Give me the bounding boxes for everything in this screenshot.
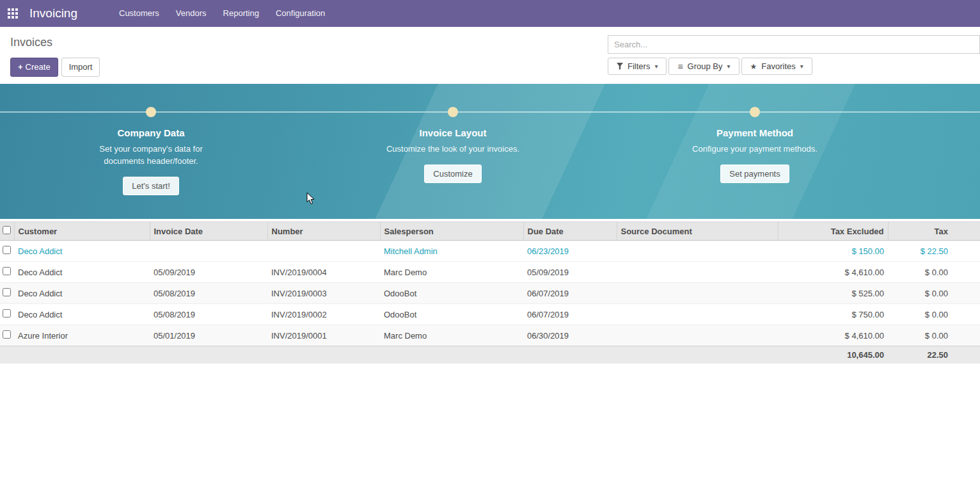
cell-customer[interactable]: Deco Addict bbox=[14, 262, 150, 283]
select-all-checkbox[interactable] bbox=[3, 226, 11, 234]
nav-menu-configuration[interactable]: Configuration bbox=[267, 0, 333, 27]
cell-source-document[interactable] bbox=[617, 325, 778, 346]
step-action-button[interactable]: Let's start! bbox=[123, 177, 179, 195]
cell-tax[interactable]: $ 0.00 bbox=[888, 283, 980, 304]
cell-tax-excluded[interactable]: $ 750.00 bbox=[778, 304, 888, 325]
row-checkbox[interactable] bbox=[3, 246, 11, 254]
cell-invoice-date[interactable]: 05/08/2019 bbox=[150, 283, 267, 304]
favorites-label: Favorites bbox=[761, 61, 795, 71]
column-header-customer[interactable]: Customer bbox=[14, 222, 150, 241]
import-button[interactable]: Import bbox=[61, 58, 100, 77]
totals-spacer bbox=[0, 346, 778, 364]
cell-customer[interactable]: Azure Interior bbox=[14, 325, 150, 346]
cell-tax[interactable]: $ 0.00 bbox=[888, 325, 980, 346]
step-action-button[interactable]: Set payments bbox=[720, 165, 789, 183]
table-row[interactable]: Deco AddictMitchell Admin06/23/2019$ 150… bbox=[0, 241, 980, 262]
row-checkbox[interactable] bbox=[3, 309, 11, 317]
cell-customer[interactable]: Deco Addict bbox=[14, 304, 150, 325]
cell-source-document[interactable] bbox=[617, 283, 778, 304]
onboarding-step-payment-method: Payment MethodConfigure your payment met… bbox=[604, 84, 906, 195]
cell-salesperson[interactable]: Marc Demo bbox=[380, 262, 523, 283]
column-header-number[interactable]: Number bbox=[267, 222, 380, 241]
cell-source-document[interactable] bbox=[617, 241, 778, 262]
favorites-button[interactable]: ★ Favorites ▾ bbox=[741, 58, 812, 75]
cell-tax-excluded[interactable]: $ 150.00 bbox=[778, 241, 888, 262]
cell-due-date[interactable]: 06/30/2019 bbox=[523, 325, 617, 346]
cell-invoice-date[interactable] bbox=[150, 241, 267, 262]
apps-grid-icon bbox=[8, 8, 18, 19]
cell-invoice-date[interactable]: 05/09/2019 bbox=[150, 262, 267, 283]
onboarding-step-invoice-layout: Invoice LayoutCustomize the look of your… bbox=[302, 84, 604, 195]
cell-tax-excluded[interactable]: $ 4,610.00 bbox=[778, 325, 888, 346]
cell-due-date[interactable]: 06/23/2019 bbox=[523, 241, 617, 262]
cell-tax[interactable]: $ 0.00 bbox=[888, 304, 980, 325]
row-select-cell[interactable] bbox=[0, 283, 14, 304]
cell-due-date[interactable]: 06/07/2019 bbox=[523, 283, 617, 304]
column-header-due-date[interactable]: Due Date bbox=[523, 222, 617, 241]
cell-number[interactable]: INV/2019/0001 bbox=[267, 325, 380, 346]
step-dot bbox=[146, 107, 156, 117]
table-row[interactable]: Azure Interior05/01/2019INV/2019/0001Mar… bbox=[0, 325, 980, 346]
apps-menu-button[interactable] bbox=[0, 0, 26, 27]
nav-menu-customers[interactable]: Customers bbox=[111, 0, 168, 27]
create-button-label: Create bbox=[26, 62, 51, 72]
create-button[interactable]: +Create bbox=[10, 58, 58, 77]
table-row[interactable]: Deco Addict05/09/2019INV/2019/0004Marc D… bbox=[0, 262, 980, 283]
step-title: Company Data bbox=[0, 127, 302, 138]
search-input[interactable] bbox=[608, 35, 980, 54]
row-checkbox[interactable] bbox=[3, 330, 11, 339]
cell-source-document[interactable] bbox=[617, 262, 778, 283]
cell-tax[interactable]: $ 0.00 bbox=[888, 262, 980, 283]
row-select-cell[interactable] bbox=[0, 262, 14, 283]
row-select-cell[interactable] bbox=[0, 304, 14, 325]
cell-salesperson[interactable]: OdooBot bbox=[380, 304, 523, 325]
group-by-button[interactable]: ≡ Group By ▾ bbox=[668, 58, 739, 75]
cell-number[interactable]: INV/2019/0002 bbox=[267, 304, 380, 325]
cell-salesperson[interactable]: Marc Demo bbox=[380, 325, 523, 346]
column-header-invoice-date[interactable]: Invoice Date bbox=[150, 222, 267, 241]
step-title: Invoice Layout bbox=[302, 127, 604, 138]
app-title[interactable]: Invoicing bbox=[29, 6, 77, 20]
cell-due-date[interactable]: 06/07/2019 bbox=[523, 304, 617, 325]
cell-tax-excluded[interactable]: $ 525.00 bbox=[778, 283, 888, 304]
totals-row: 10,645.00 22.50 bbox=[0, 346, 980, 364]
caret-down-icon: ▾ bbox=[654, 63, 658, 70]
table-row[interactable]: Deco Addict05/08/2019INV/2019/0003OdooBo… bbox=[0, 283, 980, 304]
invoice-table-body: Deco AddictMitchell Admin06/23/2019$ 150… bbox=[0, 241, 980, 346]
onboarding-steps: Company DataSet your company's data for … bbox=[0, 84, 980, 195]
cell-invoice-date[interactable]: 05/08/2019 bbox=[150, 304, 267, 325]
filters-button[interactable]: Filters ▾ bbox=[608, 58, 667, 75]
row-checkbox[interactable] bbox=[3, 288, 11, 296]
invoice-list: CustomerInvoice DateNumberSalespersonDue… bbox=[0, 221, 980, 364]
table-row[interactable]: Deco Addict05/08/2019INV/2019/0002OdooBo… bbox=[0, 304, 980, 325]
select-all-cell[interactable] bbox=[0, 222, 14, 241]
column-header-source-document[interactable]: Source Document bbox=[617, 222, 778, 241]
cell-salesperson[interactable]: Mitchell Admin bbox=[380, 241, 523, 262]
nav-menu-vendors[interactable]: Vendors bbox=[168, 0, 215, 27]
cell-customer[interactable]: Deco Addict bbox=[14, 283, 150, 304]
cell-number[interactable]: INV/2019/0003 bbox=[267, 283, 380, 304]
row-select-cell[interactable] bbox=[0, 241, 14, 262]
cell-number[interactable]: INV/2019/0004 bbox=[267, 262, 380, 283]
cell-customer[interactable]: Deco Addict bbox=[14, 241, 150, 262]
row-checkbox[interactable] bbox=[3, 267, 11, 275]
cell-tax-excluded[interactable]: $ 4,610.00 bbox=[778, 262, 888, 283]
column-header-salesperson[interactable]: Salesperson bbox=[380, 222, 523, 241]
star-icon: ★ bbox=[750, 63, 757, 70]
cell-due-date[interactable]: 05/09/2019 bbox=[523, 262, 617, 283]
top-navbar: Invoicing CustomersVendorsReportingConfi… bbox=[0, 0, 980, 27]
cell-salesperson[interactable]: OdooBot bbox=[380, 283, 523, 304]
step-title: Payment Method bbox=[604, 127, 906, 138]
column-header-tax-excluded[interactable]: Tax Excluded bbox=[778, 222, 888, 241]
cell-source-document[interactable] bbox=[617, 304, 778, 325]
group-by-label: Group By bbox=[688, 61, 723, 71]
cell-invoice-date[interactable]: 05/01/2019 bbox=[150, 325, 267, 346]
row-select-cell[interactable] bbox=[0, 325, 14, 346]
column-header-tax[interactable]: Tax bbox=[888, 222, 980, 241]
navbar-menus: CustomersVendorsReportingConfiguration bbox=[111, 0, 333, 27]
step-action-button[interactable]: Customize bbox=[424, 165, 481, 183]
caret-down-icon: ▾ bbox=[727, 63, 731, 70]
cell-tax[interactable]: $ 22.50 bbox=[888, 241, 980, 262]
nav-menu-reporting[interactable]: Reporting bbox=[215, 0, 267, 27]
cell-number[interactable] bbox=[267, 241, 380, 262]
